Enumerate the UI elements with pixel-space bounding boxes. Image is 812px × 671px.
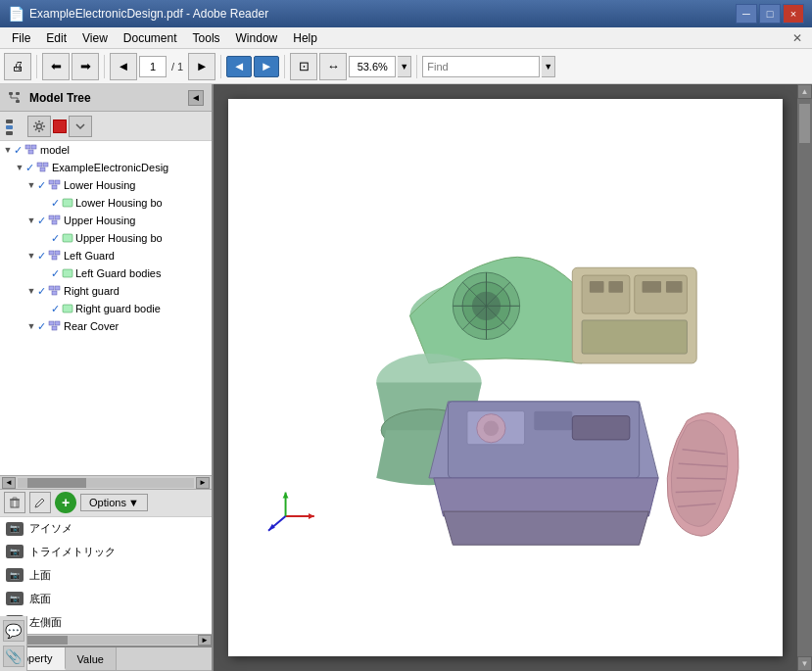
toolbar-separator-1	[36, 55, 37, 78]
tree-hscroll: ◄ ►	[0, 475, 212, 489]
tree-view-icon	[4, 116, 25, 137]
view-item-bottom[interactable]: 📷 底面	[0, 587, 212, 610]
tree-check-model: ✓	[14, 144, 23, 157]
prev-page-button[interactable]: ◄	[110, 53, 137, 80]
tree-item-right-guard-bodie[interactable]: ✓ Right guard bodie	[0, 300, 212, 317]
tree-label-left-guard-bodies: Left Guard bodies	[75, 267, 161, 279]
page-number-input[interactable]	[139, 56, 167, 77]
property-panel: Property Value	[0, 646, 212, 671]
svg-rect-31	[63, 305, 72, 312]
zoom-dropdown[interactable]: ▼	[398, 56, 411, 77]
menu-view[interactable]: View	[74, 27, 116, 48]
part-icon-rear-cover	[48, 320, 62, 332]
menu-file[interactable]: File	[4, 27, 38, 48]
svg-rect-60	[534, 411, 572, 431]
options-dropdown-icon: ▼	[128, 497, 139, 508]
tree-item-left-guard[interactable]: ▼ ✓ Left Guard	[0, 247, 212, 264]
tree-panel-icon	[8, 90, 24, 106]
xyz-axis-indicator	[268, 493, 314, 531]
close-button[interactable]: ×	[783, 4, 804, 24]
svg-rect-34	[52, 326, 57, 330]
back-button[interactable]: ⬅	[42, 53, 70, 80]
main-layout: Model Tree ◄	[0, 84, 812, 671]
attachment-icon-button[interactable]: 📎	[3, 646, 24, 667]
toolbar-separator-5	[416, 55, 417, 78]
main-body	[429, 402, 658, 478]
toolbar-separator-3	[220, 55, 221, 78]
panel-collapse-button[interactable]: ◄	[188, 90, 204, 106]
fit-page-button[interactable]: ⊡	[290, 53, 317, 80]
find-input[interactable]	[422, 56, 540, 77]
svg-rect-35	[11, 500, 19, 507]
vscroll-up[interactable]: ▲	[797, 84, 812, 99]
menu-bar: File Edit View Document Tools Window Hel…	[0, 27, 812, 49]
part-icon-left-guard	[48, 250, 62, 262]
hscroll-left[interactable]: ◄	[2, 477, 16, 489]
tree-item-rear-cover[interactable]: ▼ ✓ Rear Cover	[0, 317, 212, 335]
svg-rect-6	[6, 120, 13, 123]
view-label-isometric: アイソメ	[29, 521, 72, 536]
settings-gear-button[interactable]	[27, 116, 51, 137]
delete-view-button[interactable]	[4, 492, 25, 513]
property-tabs: Property Value	[0, 647, 212, 671]
edit-view-button[interactable]	[29, 492, 51, 513]
menu-tools[interactable]: Tools	[185, 27, 228, 48]
next-page-button[interactable]: ►	[188, 53, 215, 80]
add-view-button[interactable]: +	[55, 492, 76, 513]
svg-rect-23	[63, 234, 72, 242]
find-dropdown[interactable]: ▼	[542, 56, 555, 77]
tree-item-lower-housing[interactable]: ▼ ✓ Lower Housing	[0, 176, 212, 194]
camera-icon-3: 📷	[6, 568, 24, 582]
tree-expand-model: ▼	[2, 145, 14, 155]
view-item-top[interactable]: 📷 上面	[0, 563, 212, 587]
print-button[interactable]: 🖨	[4, 53, 31, 80]
minimize-button[interactable]: ─	[736, 4, 757, 24]
tree-item-lower-housing-bo[interactable]: ✓ Lower Housing bo	[0, 194, 212, 212]
hscroll-right[interactable]: ►	[196, 477, 210, 489]
nav-left-button[interactable]: ◄	[226, 56, 252, 77]
svg-rect-21	[55, 216, 60, 219]
tree-check-right-guard-bo: ✓	[51, 303, 60, 315]
tree-item-upper-housing[interactable]: ▼ ✓ Upper Housing	[0, 212, 212, 229]
comment-icon-button[interactable]: 💬	[3, 620, 24, 642]
svg-rect-1	[16, 92, 20, 95]
options-button[interactable]: Options ▼	[80, 494, 148, 511]
view-item-isometric[interactable]: 📷 アイソメ	[0, 517, 212, 541]
svg-rect-63	[572, 416, 630, 440]
maximize-button[interactable]: □	[759, 4, 781, 24]
vscroll-down[interactable]: ▼	[797, 656, 812, 671]
svg-rect-28	[49, 286, 54, 290]
svg-rect-57	[666, 281, 683, 293]
svg-rect-26	[52, 256, 57, 260]
expand-button[interactable]	[69, 116, 92, 137]
app-icon: 📄	[8, 6, 24, 22]
nav-right-button[interactable]: ►	[254, 56, 279, 77]
zoom-input[interactable]	[349, 56, 396, 77]
body-icon-right-guard	[62, 303, 73, 314]
svg-rect-8	[6, 131, 13, 135]
tree-label-rear-cover: Rear Cover	[64, 320, 119, 332]
panel-toolbar	[0, 112, 212, 141]
close-bar-x[interactable]: ✕	[792, 31, 808, 45]
options-label: Options	[89, 497, 126, 508]
tree-item-right-guard[interactable]: ▼ ✓ Right guard	[0, 282, 212, 300]
part-icon-upper	[48, 215, 62, 226]
menu-document[interactable]: Document	[116, 27, 185, 48]
tab-value[interactable]: Value	[66, 647, 117, 670]
fit-width-button[interactable]: ↔	[319, 53, 347, 80]
tree-check-right-guard: ✓	[37, 285, 46, 298]
tree-item-model[interactable]: ▼ ✓ model	[0, 141, 212, 159]
menu-help[interactable]: Help	[285, 27, 325, 48]
view-hscroll-right[interactable]: ►	[198, 635, 212, 646]
menu-window[interactable]: Window	[228, 27, 286, 48]
svg-rect-10	[25, 145, 30, 149]
view-item-trimetric[interactable]: 📷 トライメトリック	[0, 541, 212, 564]
tree-item-upper-housing-bo[interactable]: ✓ Upper Housing bo	[0, 229, 212, 247]
menu-edit[interactable]: Edit	[38, 27, 74, 48]
svg-rect-33	[55, 321, 60, 325]
view-hscroll: ◄ ►	[0, 634, 212, 646]
forward-button[interactable]: ➡	[72, 53, 99, 80]
tree-item-left-guard-bodies[interactable]: ✓ Left Guard bodies	[0, 264, 212, 282]
tree-item-example[interactable]: ▼ ✓ ExampleElectronicDesig	[0, 159, 212, 176]
view-item-left[interactable]: 📷 左側面	[0, 610, 212, 634]
